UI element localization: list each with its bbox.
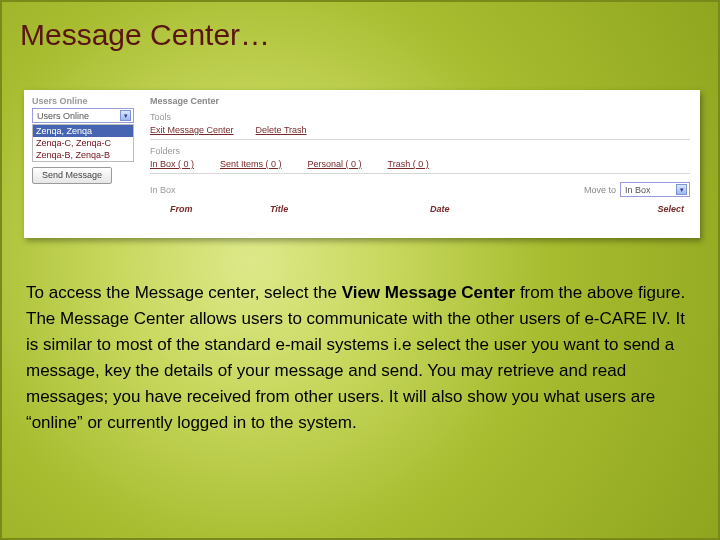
- page-title: Message Center…: [20, 18, 270, 52]
- inbox-label: In Box: [150, 185, 176, 195]
- header-date[interactable]: Date: [430, 204, 630, 214]
- main-title: Message Center: [150, 96, 690, 106]
- exit-message-center-link[interactable]: Exit Message Center: [150, 125, 234, 135]
- move-to-group: Move to In Box ▾: [584, 182, 690, 198]
- tools-label: Tools: [150, 112, 690, 122]
- sidebar-title: Users Online: [32, 96, 136, 106]
- users-online-select[interactable]: Users Online ▾: [32, 108, 134, 123]
- move-to-value: In Box: [625, 185, 651, 195]
- move-to-label: Move to: [584, 185, 616, 195]
- list-item[interactable]: Zenqa-B, Zenqa-B: [33, 149, 133, 161]
- delete-trash-link[interactable]: Delete Trash: [256, 125, 307, 135]
- chevron-down-icon: ▾: [676, 184, 687, 195]
- header-select: Select: [630, 204, 690, 214]
- chevron-down-icon: ▾: [120, 110, 131, 121]
- tools-row: Exit Message Center Delete Trash: [150, 125, 690, 140]
- header-title[interactable]: Title: [270, 204, 430, 214]
- select-value: Users Online: [37, 111, 89, 121]
- sent-items-folder-link[interactable]: Sent Items ( 0 ): [220, 159, 282, 169]
- inbox-bar: In Box Move to In Box ▾: [150, 182, 690, 198]
- inbox-folder-link[interactable]: In Box ( 0 ): [150, 159, 194, 169]
- message-list-headers: From Title Date Select: [150, 204, 690, 214]
- body-text-c: from the above figure. The Message Cente…: [26, 283, 685, 432]
- users-online-sidebar: Users Online Users Online ▾ Zenqa, Zenqa…: [24, 90, 142, 238]
- header-from[interactable]: From: [150, 204, 270, 214]
- body-text-bold: View Message Center: [342, 283, 516, 302]
- list-item[interactable]: Zenqa-C, Zenqa-C: [33, 137, 133, 149]
- personal-folder-link[interactable]: Personal ( 0 ): [308, 159, 362, 169]
- folders-label: Folders: [150, 146, 690, 156]
- body-text-a: To access the Message center, select the: [26, 283, 342, 302]
- send-message-button[interactable]: Send Message: [32, 167, 112, 184]
- move-to-select[interactable]: In Box ▾: [620, 182, 690, 197]
- list-item[interactable]: Zenqa, Zenqa: [33, 125, 133, 137]
- trash-folder-link[interactable]: Trash ( 0 ): [388, 159, 429, 169]
- user-list[interactable]: Zenqa, Zenqa Zenqa-C, Zenqa-C Zenqa-B, Z…: [32, 124, 134, 162]
- slide: Message Center… Users Online Users Onlin…: [0, 0, 720, 540]
- app-screenshot: Users Online Users Online ▾ Zenqa, Zenqa…: [24, 90, 700, 238]
- message-center-main: Message Center Tools Exit Message Center…: [142, 90, 700, 238]
- body-paragraph: To access the Message center, select the…: [26, 280, 686, 436]
- folders-row: In Box ( 0 ) Sent Items ( 0 ) Personal (…: [150, 159, 690, 174]
